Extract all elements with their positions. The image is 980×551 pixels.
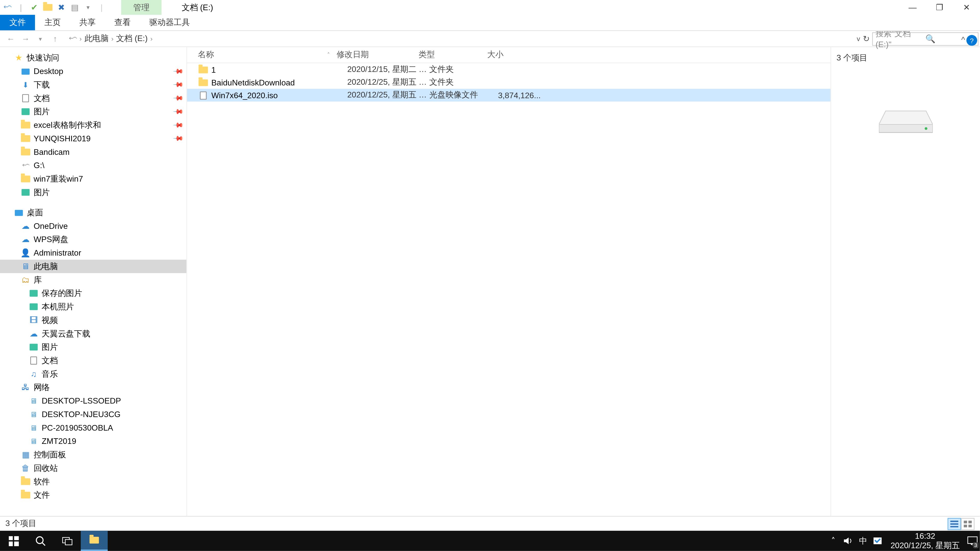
- file-date: 2020/12/15, 星期二 1...: [347, 64, 430, 76]
- tree-extra-item[interactable]: 软件: [0, 475, 186, 489]
- history-dropdown[interactable]: ▾: [34, 32, 47, 45]
- up-button[interactable]: ↑: [48, 32, 62, 45]
- forward-button[interactable]: →: [19, 32, 32, 45]
- tree-network-pc[interactable]: 🖥DESKTOP-LSSOEDP: [0, 394, 186, 408]
- pin-icon: 📌: [173, 92, 184, 103]
- file-row[interactable]: BaiduNetdiskDownload2020/12/25, 星期五 1...…: [187, 76, 830, 89]
- tree-extra-item[interactable]: 文件: [0, 488, 186, 502]
- ribbon-tab-share[interactable]: 共享: [70, 15, 105, 30]
- tree-extra-item[interactable]: ▦控制面板: [0, 448, 186, 462]
- col-header-name[interactable]: 名称 ˄: [187, 49, 336, 61]
- breadcrumb-root-icon[interactable]: ⬿: [68, 34, 77, 43]
- qat-check-icon[interactable]: ✔: [28, 1, 40, 13]
- breadcrumb-sep-icon[interactable]: ›: [80, 35, 82, 42]
- task-view-button[interactable]: [54, 531, 81, 551]
- taskbar-explorer[interactable]: [81, 531, 107, 551]
- tree-qa-item[interactable]: Desktop📌: [0, 65, 186, 78]
- qat-back-icon[interactable]: ⬿: [1, 1, 13, 13]
- svg-rect-5: [950, 526, 958, 527]
- breadcrumb[interactable]: ⬿ › 此电脑 › 文档 (E:) ›: [66, 33, 856, 44]
- tray-app-icon[interactable]: [870, 531, 885, 551]
- qat-props-icon[interactable]: ▤: [68, 1, 81, 13]
- tree-label: 下载: [34, 79, 50, 91]
- column-headers[interactable]: 名称 ˄ 修改日期 类型 大小: [187, 47, 830, 63]
- col-header-date[interactable]: 修改日期: [337, 49, 419, 61]
- tree-qa-item[interactable]: 文档📌: [0, 92, 186, 105]
- start-button[interactable]: [0, 531, 27, 551]
- pin-icon: 📌: [173, 119, 184, 130]
- pic-icon: [20, 107, 31, 116]
- ribbon-tab-drive-tools[interactable]: 驱动器工具: [140, 15, 199, 30]
- tree-qa-item[interactable]: ⬿G:\: [0, 159, 186, 172]
- file-row[interactable]: Win7x64_2020.iso2020/12/25, 星期五 1...光盘映像…: [187, 89, 830, 102]
- tree-label: 图片: [41, 341, 58, 353]
- minimize-button[interactable]: —: [899, 0, 926, 15]
- tree-library-item[interactable]: 🎞视频: [0, 313, 186, 327]
- tree-library-item[interactable]: 保存的图片: [0, 286, 186, 300]
- ribbon-tab-home[interactable]: 主页: [35, 15, 70, 30]
- contextual-tab-manage[interactable]: 管理: [121, 0, 162, 15]
- tree-desktop-item[interactable]: 🖥此电脑: [0, 260, 186, 273]
- tree-network[interactable]: 🖧 网络: [0, 381, 186, 394]
- breadcrumb-this-pc[interactable]: 此电脑: [84, 33, 109, 44]
- address-bar-row: ← → ▾ ↑ ⬿ › 此电脑 › 文档 (E:) › v ↻ 搜索"文档 (E…: [0, 31, 980, 47]
- file-date: 2020/12/25, 星期五 1...: [347, 77, 430, 88]
- folder-icon: [20, 121, 31, 130]
- tree-label: 本机照片: [41, 301, 74, 313]
- qat-dropdown-icon[interactable]: ▾: [82, 1, 94, 13]
- view-details-button[interactable]: [948, 518, 961, 530]
- action-center-icon[interactable]: 3: [965, 531, 980, 551]
- tree-label: Administrator: [34, 248, 81, 258]
- tree-qa-item[interactable]: ⬇下载📌: [0, 78, 186, 92]
- breadcrumb-sep-icon[interactable]: ›: [111, 35, 114, 42]
- desktop-icon: [14, 208, 24, 218]
- tree-library-item[interactable]: 本机照片: [0, 300, 186, 313]
- breadcrumb-sep-icon[interactable]: ›: [150, 35, 153, 42]
- tree-library-item[interactable]: 图片: [0, 340, 186, 354]
- help-icon[interactable]: ?: [966, 35, 977, 46]
- tree-network-pc[interactable]: 🖥PC-20190530OBLA: [0, 421, 186, 435]
- search-button[interactable]: [27, 531, 54, 551]
- tree-desktop-item[interactable]: ☁OneDrive: [0, 219, 186, 233]
- qat-close-icon[interactable]: ✖: [55, 1, 67, 13]
- file-row[interactable]: 12020/12/15, 星期二 1...文件夹: [187, 63, 830, 76]
- tree-quick-access[interactable]: ★ 快速访问: [0, 51, 186, 65]
- refresh-icon[interactable]: ↻: [863, 34, 870, 43]
- navigation-tree[interactable]: ★ 快速访问 Desktop📌⬇下载📌文档📌图片📌excel表格制作求和📌YUN…: [0, 47, 187, 516]
- tree-network-pc[interactable]: 🖥DESKTOP-NJEU3CG: [0, 408, 186, 421]
- tree-library-item[interactable]: 文档: [0, 354, 186, 367]
- qat-folder-icon[interactable]: [41, 1, 54, 13]
- maximize-button[interactable]: ❐: [926, 0, 953, 15]
- tree-desktop-item[interactable]: ☁WPS网盘: [0, 233, 186, 246]
- tree-qa-item[interactable]: excel表格制作求和📌: [0, 118, 186, 132]
- tree-desktop-item[interactable]: 🗂库: [0, 273, 186, 287]
- tree-qa-item[interactable]: 图片📌: [0, 105, 186, 118]
- tray-overflow-icon[interactable]: ˄: [826, 531, 841, 551]
- tree-desktop-root[interactable]: 桌面: [0, 206, 186, 219]
- tree-library-item[interactable]: ☁天翼云盘下载: [0, 327, 186, 341]
- ime-indicator[interactable]: 中: [856, 531, 870, 551]
- col-header-type[interactable]: 类型: [418, 49, 487, 61]
- tree-label: G:\: [34, 161, 45, 170]
- tree-desktop-item[interactable]: 👤Administrator: [0, 246, 186, 260]
- back-button[interactable]: ←: [4, 32, 18, 45]
- tree-network-pc[interactable]: 🖥ZMT2019: [0, 435, 186, 448]
- taskbar-clock[interactable]: 16:32 2020/12/25, 星期五: [885, 531, 965, 551]
- tree-qa-item[interactable]: YUNQISHI2019📌: [0, 132, 186, 145]
- ribbon-expand-icon[interactable]: ^: [961, 35, 965, 44]
- ribbon-tab-file[interactable]: 文件: [0, 15, 35, 30]
- address-controls: v ↻: [857, 34, 872, 43]
- tree-library-item[interactable]: ♫音乐: [0, 367, 186, 381]
- close-button[interactable]: ✕: [953, 0, 980, 15]
- tree-extra-item[interactable]: 🗑回收站: [0, 462, 186, 475]
- tree-qa-item[interactable]: 图片: [0, 186, 186, 199]
- view-thumbnails-button[interactable]: [961, 518, 975, 530]
- tree-qa-item[interactable]: win7重装win7: [0, 172, 186, 186]
- ribbon-tab-view[interactable]: 查看: [105, 15, 140, 30]
- address-dropdown-icon[interactable]: v: [857, 35, 860, 42]
- col-header-size[interactable]: 大小: [487, 49, 528, 61]
- volume-icon[interactable]: [841, 531, 856, 551]
- tree-qa-item[interactable]: Bandicam: [0, 145, 186, 159]
- tree-label: PC-20190530OBLA: [41, 423, 113, 433]
- breadcrumb-drive-e[interactable]: 文档 (E:): [116, 33, 148, 44]
